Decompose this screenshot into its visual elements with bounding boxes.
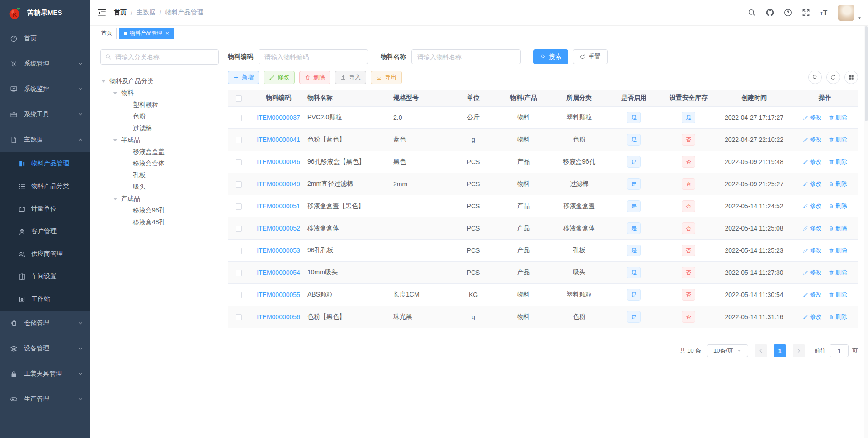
item-code-link[interactable]: ITEM00000056 <box>257 313 300 320</box>
row-delete-link[interactable]: 删除 <box>829 313 847 321</box>
sidebar-fold-icon[interactable] <box>97 8 107 18</box>
tree-node-2[interactable]: 塑料颗粒 <box>100 99 219 111</box>
tree-node-6[interactable]: 移液盒盒盖 <box>100 146 219 158</box>
sidebar-item-system-management[interactable]: 系统管理 <box>0 51 90 76</box>
sidebar-item-material-product-category[interactable]: 物料产品分类 <box>0 175 90 198</box>
prev-page-button[interactable] <box>755 344 767 357</box>
search-icon[interactable] <box>747 8 756 17</box>
delete-button[interactable]: 删除 <box>299 71 330 84</box>
item-code-link[interactable]: ITEM00000054 <box>257 269 300 276</box>
material-name-input[interactable] <box>411 49 521 64</box>
row-checkbox[interactable] <box>236 137 242 143</box>
row-checkbox[interactable] <box>236 270 242 276</box>
row-edit-link[interactable]: 修改 <box>803 136 821 144</box>
row-checkbox[interactable] <box>236 248 242 254</box>
sidebar-item-production-management[interactable]: 生产管理 <box>0 386 90 412</box>
help-icon[interactable] <box>783 8 793 17</box>
sidebar-item-system-monitor[interactable]: 系统监控 <box>0 76 90 102</box>
row-delete-link[interactable]: 删除 <box>829 224 847 232</box>
scrollbar-thumb[interactable] <box>865 26 868 121</box>
font-size-icon[interactable]: TT <box>820 8 829 17</box>
breadcrumb-master-data[interactable]: 主数据 <box>137 9 156 17</box>
tree-node-8[interactable]: 孔板 <box>100 170 219 181</box>
item-code-link[interactable]: ITEM00000049 <box>257 180 300 188</box>
category-search-input[interactable] <box>100 49 219 65</box>
row-delete-link[interactable]: 删除 <box>829 246 847 254</box>
item-code-link[interactable]: ITEM00000041 <box>257 136 300 143</box>
item-code-link[interactable]: ITEM00000053 <box>257 247 300 254</box>
item-code-link[interactable]: ITEM00000055 <box>257 291 300 298</box>
row-delete-link[interactable]: 删除 <box>829 113 847 122</box>
search-button[interactable]: 搜索 <box>533 49 568 64</box>
edit-button[interactable]: 修改 <box>264 71 295 84</box>
row-edit-link[interactable]: 修改 <box>803 158 821 166</box>
app-logo[interactable]: K 苦糖果MES <box>0 0 90 26</box>
tree-node-5[interactable]: 半成品 <box>100 134 219 146</box>
tree-node-3[interactable]: 色粉 <box>100 111 219 122</box>
row-edit-link[interactable]: 修改 <box>803 180 821 188</box>
tree-expand-icon[interactable] <box>101 80 106 83</box>
github-icon[interactable] <box>765 8 774 17</box>
row-edit-link[interactable]: 修改 <box>803 246 821 254</box>
sidebar-item-master-data[interactable]: 主数据 <box>0 127 90 152</box>
fullscreen-icon[interactable] <box>802 8 811 17</box>
tab-home[interactable]: 首页 <box>97 28 117 39</box>
tree-node-12[interactable]: 移液盒48孔 <box>100 217 219 228</box>
sidebar-item-customer-management[interactable]: 客户管理 <box>0 220 90 243</box>
tab-close-icon[interactable]: × <box>165 30 169 36</box>
row-checkbox[interactable] <box>236 314 242 320</box>
tree-node-7[interactable]: 移液盒盒体 <box>100 158 219 170</box>
export-button[interactable]: 导出 <box>371 71 402 84</box>
user-menu[interactable] <box>838 5 862 21</box>
toggle-search-button[interactable] <box>808 71 822 84</box>
row-edit-link[interactable]: 修改 <box>803 224 821 232</box>
row-checkbox[interactable] <box>236 181 242 188</box>
avatar[interactable] <box>838 5 854 21</box>
row-delete-link[interactable]: 删除 <box>829 158 847 166</box>
current-page-button[interactable]: 1 <box>774 344 786 357</box>
row-checkbox[interactable] <box>236 203 242 210</box>
row-checkbox[interactable] <box>236 226 242 232</box>
row-edit-link[interactable]: 修改 <box>803 268 821 277</box>
sidebar-item-equipment-management[interactable]: 设备管理 <box>0 336 90 361</box>
item-code-link[interactable]: ITEM00000037 <box>257 114 300 121</box>
item-code-link[interactable]: ITEM00000052 <box>257 225 300 232</box>
next-page-button[interactable] <box>793 344 805 357</box>
sidebar-item-supplier-management[interactable]: 供应商管理 <box>0 243 90 265</box>
item-code-link[interactable]: ITEM00000046 <box>257 158 300 165</box>
tree-node-10[interactable]: 产成品 <box>100 193 219 205</box>
row-delete-link[interactable]: 删除 <box>829 291 847 299</box>
column-settings-button[interactable] <box>844 71 858 84</box>
tree-expand-icon[interactable] <box>113 198 118 200</box>
row-edit-link[interactable]: 修改 <box>803 313 821 321</box>
row-delete-link[interactable]: 删除 <box>829 136 847 144</box>
import-button[interactable]: 导入 <box>335 71 366 84</box>
row-delete-link[interactable]: 删除 <box>829 202 847 210</box>
row-edit-link[interactable]: 修改 <box>803 113 821 122</box>
page-size-select[interactable]: 10条/页 <box>707 344 748 357</box>
sidebar-item-warehouse-management[interactable]: 仓储管理 <box>0 311 90 336</box>
page-scrollbar[interactable] <box>864 26 868 438</box>
row-checkbox[interactable] <box>236 159 242 165</box>
tree-expand-icon[interactable] <box>113 92 118 94</box>
tab-material-product-management[interactable]: 物料产品管理 × <box>119 28 174 39</box>
refresh-table-button[interactable] <box>826 71 840 84</box>
reset-button[interactable]: 重置 <box>573 49 608 64</box>
tree-node-0[interactable]: 物料及产品分类 <box>100 75 219 87</box>
breadcrumb-home[interactable]: 首页 <box>114 9 127 17</box>
sidebar-item-measurement-unit[interactable]: 计量单位 <box>0 198 90 220</box>
row-checkbox[interactable] <box>236 115 242 121</box>
tree-expand-icon[interactable] <box>113 139 118 141</box>
tree-node-1[interactable]: 物料 <box>100 87 219 99</box>
tree-node-4[interactable]: 过滤棉 <box>100 122 219 134</box>
sidebar-item-home[interactable]: 首页 <box>0 26 90 51</box>
sidebar-item-workstation[interactable]: 工作站 <box>0 288 90 311</box>
sidebar-item-material-product-management[interactable]: 物料产品管理 <box>0 152 90 175</box>
material-code-input[interactable] <box>259 49 368 64</box>
tree-node-11[interactable]: 移液盒96孔 <box>100 205 219 217</box>
add-button[interactable]: 新增 <box>228 71 259 84</box>
row-edit-link[interactable]: 修改 <box>803 202 821 210</box>
sidebar-item-system-tools[interactable]: 系统工具 <box>0 102 90 127</box>
sidebar-item-fixture-management[interactable]: 工装夹具管理 <box>0 361 90 386</box>
row-edit-link[interactable]: 修改 <box>803 291 821 299</box>
